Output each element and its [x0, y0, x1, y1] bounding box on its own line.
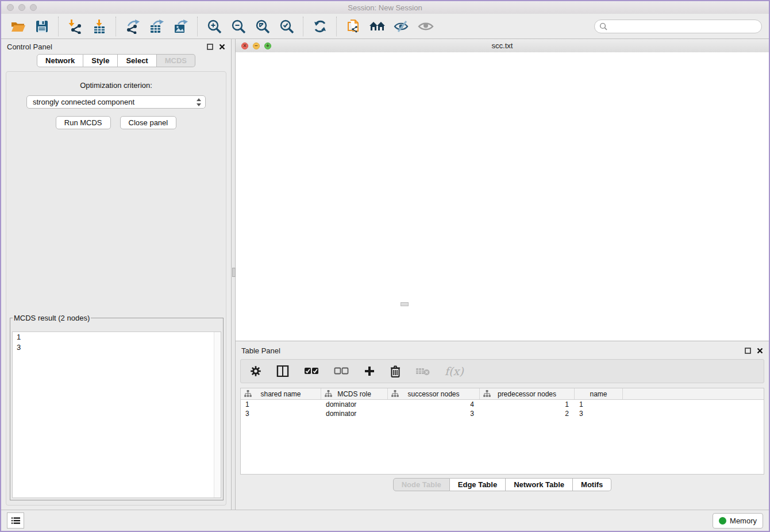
new-network-from-selection-button[interactable] — [341, 16, 365, 37]
show-all-columns-icon[interactable] — [304, 367, 319, 375]
window-titlebar: Session: New Session — [1, 1, 769, 14]
column-header-label: shared name — [260, 390, 301, 398]
table-cell[interactable]: 2 — [480, 410, 575, 418]
zoom-fit-icon — [255, 19, 270, 34]
run-mcds-button[interactable]: Run MCDS — [56, 116, 111, 129]
search-box — [594, 20, 762, 33]
eye-icon — [418, 20, 434, 33]
node-table[interactable]: shared nameMCDS rolesuccessor nodesprede… — [240, 388, 764, 475]
network-window-titlebar: × − + scc.txt — [236, 39, 769, 53]
open-file-button[interactable] — [6, 16, 30, 37]
column-hierarchy-icon — [325, 390, 332, 399]
refresh-icon — [313, 19, 328, 34]
apply-layout-button[interactable] — [308, 16, 332, 37]
close-panel-icon[interactable] — [757, 348, 763, 354]
selected-option-label: strongly connected component — [33, 98, 196, 106]
column-header-successor-nodes[interactable]: successor nodes — [388, 388, 480, 399]
list-menu-icon — [11, 517, 20, 525]
mcds-result-scrollbar[interactable] — [214, 332, 221, 498]
network-graph[interactable] — [236, 52, 769, 341]
horizontal-splitter-grip[interactable] — [401, 302, 409, 306]
show-all-button[interactable] — [414, 16, 438, 37]
save-session-button[interactable] — [30, 16, 54, 37]
column-header-shared-name[interactable]: shared name — [241, 388, 321, 399]
houses-icon — [369, 20, 386, 33]
zoom-selected-icon — [279, 19, 294, 34]
table-settings-gear-icon[interactable] — [250, 365, 261, 377]
table-tab-motifs[interactable]: Motifs — [573, 478, 611, 491]
split-table-panel-icon[interactable] — [276, 365, 289, 377]
float-panel-icon[interactable] — [745, 348, 751, 354]
memory-button[interactable]: Memory — [713, 513, 763, 529]
memory-label: Memory — [730, 516, 757, 525]
mcds-result-item[interactable]: 3 — [13, 342, 221, 353]
export-table-button[interactable] — [145, 16, 169, 37]
hide-selection-button[interactable] — [390, 16, 414, 37]
export-image-button[interactable] — [169, 16, 193, 37]
column-header-name[interactable]: name — [575, 388, 623, 399]
table-cell[interactable]: dominator — [321, 410, 388, 418]
toolbar-separator — [197, 17, 198, 36]
column-header-mcds-role[interactable]: MCDS role — [321, 388, 388, 399]
table-cell[interactable]: 3 — [388, 410, 480, 418]
delete-column-trash-icon[interactable] — [390, 365, 401, 377]
table-cell[interactable]: 1 — [480, 400, 575, 408]
table-tab-node-table[interactable]: Node Table — [393, 478, 450, 491]
hide-all-columns-icon[interactable] — [334, 367, 349, 375]
mcds-result-item[interactable]: 1 — [13, 332, 221, 342]
import-network-button[interactable] — [63, 16, 87, 37]
mcds-result-list[interactable]: 13 — [12, 331, 221, 498]
export-network-icon — [125, 19, 141, 34]
control-panel: Control Panel NetworkStyleSelectMCDS Opt… — [1, 39, 231, 510]
close-panel-button[interactable]: Close panel — [120, 116, 177, 129]
table-cell[interactable]: 4 — [388, 400, 480, 408]
column-header-label: MCDS role — [337, 390, 371, 398]
select-arrows-icon — [196, 98, 202, 107]
table-cell[interactable]: 3 — [575, 410, 623, 418]
tab-select[interactable]: Select — [118, 54, 156, 67]
column-hierarchy-icon — [483, 390, 491, 399]
table-cell[interactable]: 3 — [241, 410, 321, 418]
table-row[interactable]: 1dominator411 — [241, 400, 764, 409]
close-panel-icon[interactable] — [219, 44, 225, 50]
control-panel-title: Control Panel — [7, 43, 52, 51]
search-input[interactable] — [607, 21, 757, 31]
toolbar-separator — [336, 17, 337, 36]
vertical-splitter[interactable] — [231, 39, 236, 510]
application-window: Session: New Session — [0, 0, 770, 532]
first-neighbors-button[interactable] — [365, 16, 390, 37]
tab-mcds[interactable]: MCDS — [157, 54, 195, 67]
zoom-out-button[interactable] — [226, 16, 251, 37]
optimization-criterion-select[interactable]: strongly connected component — [26, 95, 206, 109]
delete-table-icon — [415, 367, 430, 376]
control-panel-tabs: NetworkStyleSelectMCDS — [1, 54, 231, 67]
mcds-result-group: MCDS result (2 nodes) 13 — [10, 314, 224, 500]
export-network-button[interactable] — [121, 16, 145, 37]
table-header-row: shared nameMCDS rolesuccessor nodesprede… — [241, 388, 764, 400]
table-cell[interactable]: 1 — [575, 400, 623, 408]
float-panel-icon[interactable] — [207, 44, 213, 50]
zoom-out-icon — [231, 19, 246, 34]
column-hierarchy-icon — [391, 390, 399, 399]
column-header-predecessor-nodes[interactable]: predecessor nodes — [480, 388, 575, 399]
table-panel: Table Panel — [236, 343, 769, 510]
table-cell[interactable]: dominator — [321, 400, 388, 408]
tab-network[interactable]: Network — [37, 54, 83, 67]
status-menu-button[interactable] — [7, 512, 24, 529]
column-hierarchy-icon — [244, 390, 252, 399]
main-toolbar — [1, 14, 769, 39]
import-table-button[interactable] — [87, 16, 111, 37]
create-column-icon[interactable] — [364, 365, 375, 377]
table-tab-edge-table[interactable]: Edge Table — [450, 478, 506, 491]
table-tab-network-table[interactable]: Network Table — [506, 478, 573, 491]
zoom-in-button[interactable] — [202, 16, 226, 37]
zoom-selected-button[interactable] — [275, 16, 299, 37]
zoom-fit-button[interactable] — [251, 16, 275, 37]
tab-style[interactable]: Style — [83, 54, 118, 67]
table-row[interactable]: 3dominator323 — [241, 409, 764, 418]
save-icon — [35, 20, 49, 33]
mcds-result-title: MCDS result (2 nodes) — [13, 314, 91, 322]
table-cell[interactable]: 1 — [241, 400, 321, 408]
network-canvas[interactable] — [236, 52, 769, 341]
status-bar: Memory — [1, 510, 769, 531]
